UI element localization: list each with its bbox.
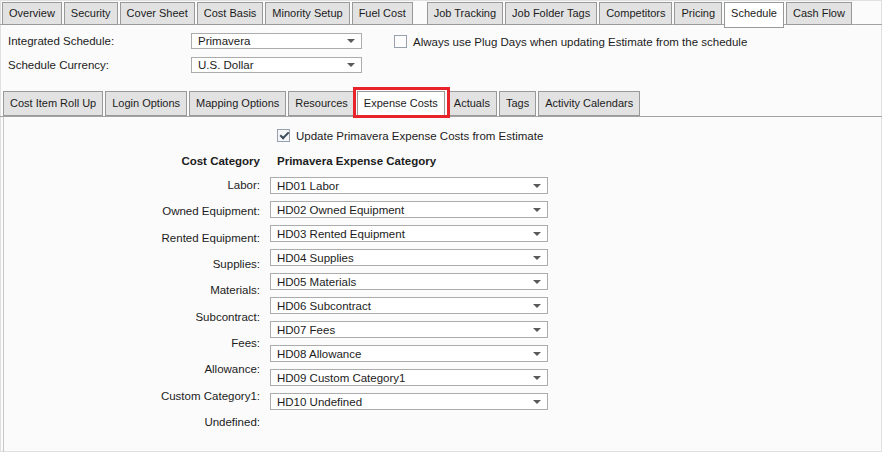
tab-schedule[interactable]: Schedule bbox=[724, 2, 784, 28]
chevron-down-icon bbox=[533, 280, 541, 284]
chevron-down-icon bbox=[533, 400, 541, 404]
primavera-expense-category-column-header: Primavera Expense Category bbox=[277, 154, 436, 168]
tab-mapping-options[interactable]: Mapping Options bbox=[189, 91, 286, 116]
chevron-down-icon bbox=[347, 39, 355, 43]
primavera-expense-dropdown-hd04-supplies[interactable]: HD04 Supplies bbox=[270, 249, 548, 266]
tab-security[interactable]: Security bbox=[64, 2, 118, 25]
dropdown-value: HD07 Fees bbox=[277, 322, 335, 338]
integrated-schedule-label: Integrated Schedule: bbox=[8, 34, 114, 48]
tab-cost-basis[interactable]: Cost Basis bbox=[197, 2, 264, 25]
cost-category-label-materials: Materials: bbox=[40, 284, 260, 297]
primavera-expense-dropdown-hd09-custom-category1[interactable]: HD09 Custom Category1 bbox=[270, 369, 548, 386]
tab-actuals[interactable]: Actuals bbox=[447, 91, 497, 116]
chevron-down-icon bbox=[533, 208, 541, 212]
tab-job-folder-tags[interactable]: Job Folder Tags bbox=[505, 2, 597, 25]
dropdown-value: HD09 Custom Category1 bbox=[277, 370, 405, 386]
integrated-schedule-dropdown[interactable]: Primavera bbox=[191, 33, 362, 49]
tab-cash-flow[interactable]: Cash Flow bbox=[786, 2, 852, 25]
primavera-expense-dropdown-hd02-owned-equipment[interactable]: HD02 Owned Equipment bbox=[270, 201, 548, 218]
chevron-down-icon bbox=[533, 232, 541, 236]
dropdown-value: HD01 Labor bbox=[277, 178, 339, 194]
dropdown-value: HD06 Subcontract bbox=[277, 298, 371, 314]
chevron-down-icon bbox=[533, 328, 541, 332]
plug-days-checkbox[interactable]: Always use Plug Days when updating Estim… bbox=[394, 35, 747, 48]
primavera-expense-dropdown-hd05-materials[interactable]: HD05 Materials bbox=[270, 273, 548, 290]
tab-pricing[interactable]: Pricing bbox=[674, 2, 722, 25]
dropdown-value: HD05 Materials bbox=[277, 274, 356, 290]
schedule-settings-screen: OverviewSecurityCover SheetCost BasisMin… bbox=[0, 0, 882, 452]
tab-cover-sheet[interactable]: Cover Sheet bbox=[120, 2, 195, 25]
plug-days-checkbox-label: Always use Plug Days when updating Estim… bbox=[413, 36, 747, 48]
tab-cost-item-roll-up[interactable]: Cost Item Roll Up bbox=[3, 91, 103, 116]
cost-category-label-labor: Labor: bbox=[40, 179, 260, 192]
tab-competitors[interactable]: Competitors bbox=[599, 2, 672, 25]
primavera-expense-dropdown-hd01-labor[interactable]: HD01 Labor bbox=[270, 177, 548, 194]
dropdown-value: U.S. Dollar bbox=[198, 58, 254, 73]
cost-category-label-rented-equipment: Rented Equipment: bbox=[40, 232, 260, 245]
chevron-down-icon bbox=[533, 304, 541, 308]
sub-tab-bar: Cost Item Roll UpLogin OptionsMapping Op… bbox=[3, 91, 642, 118]
checkbox-icon bbox=[394, 35, 407, 48]
cost-category-label-undefined: Undefined: bbox=[40, 416, 260, 429]
tab-page-left-border bbox=[3, 116, 4, 452]
dropdown-value: HD10 Undefined bbox=[277, 394, 362, 410]
expense-costs-tab-highlight bbox=[353, 87, 450, 118]
chevron-down-icon bbox=[347, 63, 355, 67]
primavera-expense-dropdown-hd10-undefined[interactable]: HD10 Undefined bbox=[270, 393, 548, 410]
primavera-expense-dropdown-hd07-fees[interactable]: HD07 Fees bbox=[270, 321, 548, 338]
cost-category-label-allowance: Allowance: bbox=[40, 363, 260, 376]
tab-login-options[interactable]: Login Options bbox=[105, 91, 187, 116]
dropdown-value: HD08 Allowance bbox=[277, 346, 361, 362]
tab-minority-setup[interactable]: Minority Setup bbox=[265, 2, 349, 25]
chevron-down-icon bbox=[533, 184, 541, 188]
primavera-expense-dropdown-hd06-subcontract[interactable]: HD06 Subcontract bbox=[270, 297, 548, 314]
update-expense-costs-checkbox-label: Update Primavera Expense Costs from Esti… bbox=[296, 130, 543, 142]
update-expense-costs-checkbox[interactable]: Update Primavera Expense Costs from Esti… bbox=[277, 129, 543, 142]
tab-fuel-cost[interactable]: Fuel Cost bbox=[352, 2, 413, 25]
schedule-currency-label: Schedule Currency: bbox=[8, 58, 109, 72]
tab-tags[interactable]: Tags bbox=[499, 91, 536, 116]
cost-category-label-subcontract: Subcontract: bbox=[40, 311, 260, 324]
cost-category-label-owned-equipment: Owned Equipment: bbox=[40, 205, 260, 218]
primavera-expense-dropdown-hd08-allowance[interactable]: HD08 Allowance bbox=[270, 345, 548, 362]
tab-activity-calendars[interactable]: Activity Calendars bbox=[538, 91, 640, 116]
tab-job-tracking[interactable]: Job Tracking bbox=[427, 2, 503, 25]
top-tab-bar: OverviewSecurityCover SheetCost BasisMin… bbox=[2, 2, 854, 28]
dropdown-value: Primavera bbox=[198, 34, 250, 49]
cost-category-column-header: Cost Category bbox=[60, 154, 260, 168]
dropdown-value: HD03 Rented Equipment bbox=[277, 226, 405, 242]
primavera-expense-dropdown-hd03-rented-equipment[interactable]: HD03 Rented Equipment bbox=[270, 225, 548, 242]
chevron-down-icon bbox=[533, 376, 541, 380]
tab-resources[interactable]: Resources bbox=[288, 91, 355, 116]
chevron-down-icon bbox=[533, 256, 541, 260]
tab-overview[interactable]: Overview bbox=[2, 2, 62, 25]
cost-category-label-custom-category1: Custom Category1: bbox=[40, 390, 260, 403]
cost-category-label-fees: Fees: bbox=[40, 337, 260, 350]
dropdown-value: HD04 Supplies bbox=[277, 250, 354, 266]
dropdown-value: HD02 Owned Equipment bbox=[277, 202, 404, 218]
schedule-currency-dropdown[interactable]: U.S. Dollar bbox=[191, 57, 362, 73]
checkbox-icon bbox=[277, 129, 290, 142]
chevron-down-icon bbox=[533, 352, 541, 356]
cost-category-label-supplies: Supplies: bbox=[40, 258, 260, 271]
